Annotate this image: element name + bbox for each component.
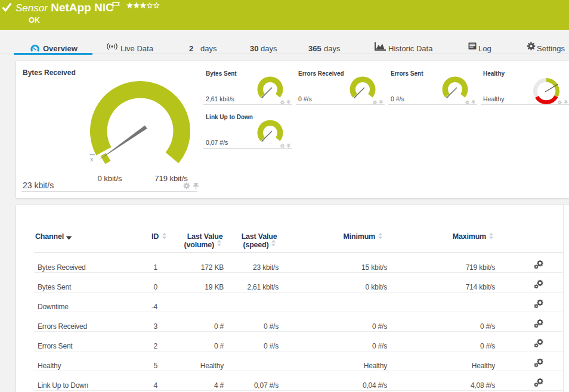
svg-text:x: x xyxy=(90,155,94,163)
